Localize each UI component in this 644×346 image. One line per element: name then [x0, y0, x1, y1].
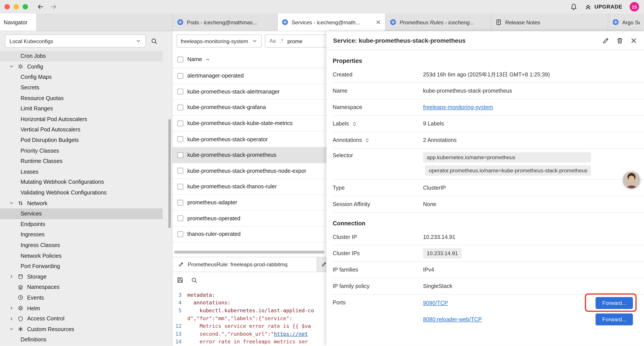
- sidebar-item-network[interactable]: Network: [0, 198, 163, 209]
- minimize-window-button[interactable]: [14, 4, 19, 9]
- detail-row-session-affinity: Session Affinity None: [333, 196, 644, 213]
- close-tab-icon[interactable]: [376, 19, 381, 25]
- tab-argo[interactable]: Argo Se: [608, 13, 644, 31]
- sidebar-scrollbar[interactable]: [168, 119, 171, 228]
- namespace-filter[interactable]: freeleaps-monitoring-system: [177, 34, 262, 47]
- sidebar-item-pod-disruption-budgets[interactable]: Pod Disruption Budgets: [0, 135, 163, 145]
- expand-icon[interactable]: [352, 121, 357, 126]
- close-icon[interactable]: [630, 37, 638, 44]
- row-checkbox[interactable]: [177, 136, 183, 142]
- sidebar-item-config[interactable]: Config: [0, 61, 163, 72]
- row-checkbox[interactable]: [177, 168, 183, 174]
- sidebar-item-definitions[interactable]: Definitions: [0, 335, 163, 345]
- expand-icon[interactable]: [365, 138, 370, 143]
- row-checkbox[interactable]: [177, 120, 183, 126]
- chevron-down-icon: [136, 38, 141, 44]
- row-checkbox[interactable]: [177, 73, 183, 79]
- row-checkbox[interactable]: [177, 105, 183, 110]
- pencil-icon: [178, 262, 184, 267]
- edit-icon[interactable]: [602, 37, 610, 44]
- editor-tab-prometheusrule[interactable]: PrometheusRule: freeleaps-prod-rabbitmq: [172, 257, 317, 272]
- sidebar-item-runtime-classes[interactable]: Runtime Classes: [0, 156, 163, 166]
- port-link[interactable]: 9090/TCP: [423, 300, 448, 306]
- row-checkbox[interactable]: [177, 152, 183, 158]
- avatar[interactable]: [623, 171, 640, 188]
- row-checkbox[interactable]: [177, 231, 183, 237]
- sidebar-item-network-policies[interactable]: Network Policies: [0, 250, 163, 261]
- back-icon[interactable]: [37, 3, 44, 10]
- sidebar-item-resource-quotas[interactable]: Resource Quotas: [0, 93, 163, 103]
- helm-icon: [18, 305, 24, 311]
- row-checkbox[interactable]: [177, 216, 183, 221]
- namespace-link[interactable]: freeleaps-monitoring-system: [423, 104, 493, 110]
- sidebar-item-port-forwarding[interactable]: Port Forwarding: [0, 261, 163, 271]
- regex-toggle[interactable]: .*: [280, 38, 284, 44]
- resource-tree: Cron Jobs Config Config Maps Secrets Res…: [0, 51, 172, 345]
- sidebar-item-priority-classes[interactable]: Priority Classes: [0, 145, 163, 156]
- search-icon[interactable]: [151, 37, 158, 44]
- sidebar-item-access-control[interactable]: Access Control: [0, 313, 163, 324]
- sidebar-item-helm[interactable]: Helm: [0, 303, 163, 313]
- tab-prometheus-rules[interactable]: Prometheus Rules - icecheng...: [385, 13, 491, 31]
- sidebar-item-cron-jobs[interactable]: Cron Jobs: [0, 51, 163, 61]
- upgrade-button[interactable]: UPGRADE: [585, 3, 622, 10]
- detail-row-ip-family-policy: IP family policy SingleStack: [333, 278, 644, 295]
- storage-icon: [18, 274, 24, 280]
- tab-release-notes[interactable]: Release Notes: [491, 13, 608, 31]
- sidebar-item-mutating-webhook-configurations[interactable]: Mutating Webhook Configurations: [0, 177, 163, 187]
- detail-row-annotations[interactable]: Annotations 2 Annotations: [333, 132, 644, 148]
- chevron-right-icon: [9, 306, 14, 311]
- notifications-bell-icon[interactable]: [570, 3, 578, 10]
- forward-icon[interactable]: [50, 3, 57, 10]
- tab-services[interactable]: Services - icecheng@math...: [277, 13, 385, 31]
- select-all-checkbox[interactable]: [177, 56, 183, 62]
- cluster-ip-chip: 10.233.14.91: [423, 248, 462, 259]
- kubeconfig-selector[interactable]: Local Kubeconfigs: [5, 34, 146, 47]
- sidebar-item-config-maps[interactable]: Config Maps: [0, 72, 163, 82]
- sidebar-item-events[interactable]: Events: [0, 292, 163, 303]
- app-window: UPGRADE 15 Navigator Pods - icecheng@mat…: [0, 0, 644, 346]
- port-link[interactable]: 8080:reloader-web/TCP: [423, 316, 482, 322]
- custom-resources-icon: [18, 326, 24, 332]
- drawer-title: Service: kube-prometheus-stack-prometheu…: [333, 37, 466, 44]
- horizontal-scrollbar[interactable]: [174, 251, 324, 253]
- name-column-header[interactable]: Name: [187, 56, 202, 62]
- sidebar-item-storage[interactable]: Storage: [0, 271, 163, 282]
- selector-chip: app.kubernetes.io/name=prometheus: [423, 152, 591, 162]
- sidebar-item-validating-webhook-configurations[interactable]: Validating Webhook Configurations: [0, 187, 163, 198]
- avatar-image: [623, 171, 640, 188]
- sidebar-item-custom-resources[interactable]: Custom Resources: [0, 324, 163, 335]
- sidebar-item-secrets[interactable]: Secrets: [0, 82, 163, 93]
- chevron-down-icon: [9, 201, 14, 205]
- upgrade-icon: [585, 3, 592, 10]
- sidebar-item-horizontal-pod-autoscalers[interactable]: Horizontal Pod Autoscalers: [0, 114, 163, 124]
- row-checkbox[interactable]: [177, 200, 183, 205]
- maximize-window-button[interactable]: [22, 4, 28, 9]
- tab-navigator[interactable]: Navigator: [0, 13, 36, 31]
- row-checkbox[interactable]: [177, 89, 183, 94]
- sidebar-item-endpoints[interactable]: Endpoints: [0, 219, 163, 230]
- forward-button[interactable]: Forward...: [596, 297, 633, 309]
- row-checkbox[interactable]: [177, 184, 183, 189]
- sidebar-item-leases[interactable]: Leases: [0, 166, 163, 177]
- sidebar-item-services[interactable]: Services: [0, 209, 163, 219]
- detail-row-labels[interactable]: Labels 9 Labels: [333, 116, 644, 132]
- sort-ascending-icon[interactable]: [206, 57, 210, 62]
- forward-button[interactable]: Forward...: [596, 313, 633, 325]
- trash-icon[interactable]: [616, 37, 624, 44]
- tab-pods[interactable]: Pods - icecheng@mathmas...: [172, 13, 277, 31]
- sidebar-item-limit-ranges[interactable]: Limit Ranges: [0, 103, 163, 114]
- save-icon[interactable]: [177, 277, 184, 284]
- release-notes-icon: [496, 19, 502, 25]
- sidebar-item-namespaces[interactable]: Namespaces: [0, 282, 163, 292]
- close-window-button[interactable]: [4, 4, 10, 9]
- sidebar-item-ingress-classes[interactable]: Ingress Classes: [0, 240, 163, 251]
- match-case-toggle[interactable]: Aa: [270, 38, 276, 44]
- sidebar-item-vertical-pod-autoscalers[interactable]: Vertical Pod Autoscalers: [0, 124, 163, 135]
- sidebar-item-ingresses[interactable]: Ingresses: [0, 230, 163, 240]
- chevron-down-icon: [252, 38, 258, 44]
- traffic-lights: [0, 4, 28, 9]
- search-icon[interactable]: [191, 277, 198, 283]
- detail-row-cluster-ip: Cluster IP 10.233.14.91: [333, 229, 644, 246]
- notification-badge[interactable]: 15: [630, 2, 639, 11]
